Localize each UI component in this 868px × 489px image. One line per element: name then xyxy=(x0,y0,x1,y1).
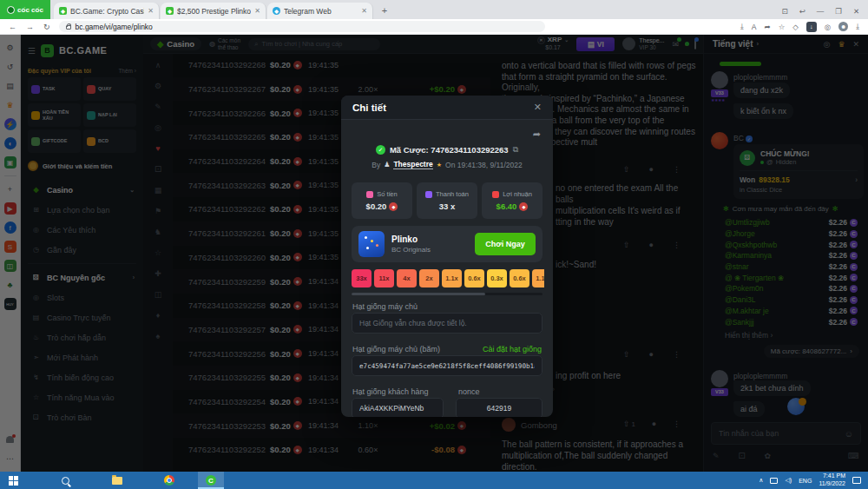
bell-icon[interactable] xyxy=(4,433,16,446)
more-options-icon[interactable]: ⋯ xyxy=(4,453,16,465)
newsfeed-icon[interactable]: ▤ xyxy=(4,80,16,92)
wallet-button[interactable]: ▤ VI xyxy=(576,37,615,51)
download-page-icon[interactable]: ⤓ xyxy=(740,22,744,31)
server-seed-hash-field[interactable] xyxy=(352,355,542,376)
blue-app-icon[interactable]: ◖ xyxy=(4,137,16,149)
rail-plus-icon[interactable]: ✚ xyxy=(155,269,161,278)
rail-icon[interactable]: ∧ xyxy=(155,61,161,69)
chat-toggle-icon[interactable] xyxy=(694,40,696,49)
chrome-icon[interactable] xyxy=(156,472,182,489)
bookmark-star-icon[interactable]: ☆ xyxy=(779,23,786,31)
user-profile[interactable]: Thespe... VIP 30 xyxy=(622,37,664,51)
reload-button[interactable]: ↻ xyxy=(43,23,50,31)
referral-link[interactable]: Giới thiệu và kiếm tiền xyxy=(28,161,136,171)
close-button[interactable]: ✕ xyxy=(853,7,859,16)
chat-username[interactable]: BC✓ xyxy=(733,134,753,142)
history-icon[interactable]: ↺ xyxy=(4,61,16,73)
rain-username[interactable]: @Sankjjj xyxy=(725,318,754,327)
tab-close-icon[interactable]: ✕ xyxy=(361,7,367,15)
rain-username[interactable]: @Karmaninya xyxy=(725,251,772,260)
promo-card[interactable]: NẠP LẠI xyxy=(83,103,136,127)
sidebar-item[interactable]: ♨ Trò chơi hấp dẫn xyxy=(28,327,136,347)
chat-bet-link[interactable]: Mã cược: 8408627772...› xyxy=(764,345,859,358)
youtube-icon[interactable]: ▶ xyxy=(4,202,16,215)
rail-target-icon[interactable]: ◎ xyxy=(155,123,161,132)
show-more-link[interactable]: Hiển thị thêm › xyxy=(725,331,773,340)
rain-username[interactable]: @Pokem0n xyxy=(725,284,764,293)
action-center-icon[interactable] xyxy=(852,477,861,484)
emoji-picker-icon[interactable]: ☺ xyxy=(845,429,853,439)
dislike-icon[interactable]: ● xyxy=(649,241,654,249)
sidebar-item[interactable]: ☆ Tính năng Mua vào xyxy=(28,387,136,407)
sidebar-item[interactable]: ◎ Slots xyxy=(28,287,136,307)
tab-close-icon[interactable]: ✕ xyxy=(254,7,260,15)
table-row[interactable]: 74762341103292268 $0.20◆ 19:41:35 ◆ xyxy=(173,53,490,77)
rain-username[interactable]: @Umtlizgjiwb xyxy=(725,218,770,227)
coccoc-taskbar-icon[interactable]: C xyxy=(198,472,224,489)
server-seed-input[interactable] xyxy=(359,319,535,327)
chat-message-input[interactable] xyxy=(719,429,845,438)
taskbar-search-icon[interactable] xyxy=(52,472,78,489)
rain-username[interactable]: @stnar xyxy=(725,262,749,271)
rail-flag-icon[interactable]: ⚑ xyxy=(155,207,161,215)
chat-username[interactable]: ploploplemmmm xyxy=(733,372,787,380)
sidebar-item[interactable]: ◎ Các Yêu thích xyxy=(28,220,136,240)
player-link[interactable]: Thespectre xyxy=(393,160,432,169)
browser-profile-avatar[interactable]: ☻ xyxy=(838,22,848,31)
rail-settings-icon[interactable]: ⚙ xyxy=(155,82,161,90)
like-icon[interactable]: ⇧ xyxy=(623,241,630,249)
share-bet-icon[interactable]: ➦ xyxy=(533,129,541,140)
rain-username[interactable]: @ ❀ Tiergarten ❀ xyxy=(725,274,784,282)
like-icon[interactable]: ⇧ xyxy=(623,165,630,174)
tray-chevron-icon[interactable]: ∧ xyxy=(759,477,763,484)
back-button[interactable]: ← xyxy=(9,23,16,31)
rail-spade-icon[interactable]: ♠ xyxy=(156,332,161,340)
crown-icon[interactable]: ♛ xyxy=(4,99,16,111)
kebab-menu-icon[interactable]: ⋮ xyxy=(673,241,681,249)
downloads-tray-icon[interactable]: ⤓ xyxy=(856,22,859,31)
notification-bell-icon[interactable]: ◎ xyxy=(825,23,831,31)
sidebar-item-bc-originals[interactable]: ⚄ BC Nguyên gốc › xyxy=(28,268,136,287)
inbox-icon[interactable]: ✉ xyxy=(672,40,679,49)
rail-star-icon[interactable]: ☆ xyxy=(155,248,161,257)
client-seed-input[interactable] xyxy=(359,404,436,413)
chat-flower-icon[interactable]: ✿ xyxy=(764,452,771,460)
vip-more-link[interactable]: Thêm › xyxy=(118,68,136,74)
tab-close-icon[interactable]: ✕ xyxy=(148,7,154,15)
sidebar-item[interactable]: ▤ Casino Trực tuyến xyxy=(28,307,136,327)
translate-icon[interactable]: A xyxy=(752,23,757,31)
trophy-icon[interactable]: ♛ xyxy=(838,40,845,49)
kebab-menu-icon[interactable]: ⋮ xyxy=(673,350,681,359)
chat-language-selector[interactable]: Tiếng việt xyxy=(713,39,753,49)
volume-icon[interactable]: ◁) xyxy=(785,477,792,484)
rail-gem-icon[interactable]: ♦ xyxy=(156,311,161,320)
kebab-menu-icon[interactable]: ⋮ xyxy=(673,420,681,428)
maximize-button[interactable]: ❐ xyxy=(835,7,842,16)
orange-app-icon[interactable]: S xyxy=(4,241,16,253)
chat-close-icon[interactable]: ✕ xyxy=(852,40,859,49)
like-icon[interactable]: ⇧1 xyxy=(623,420,635,428)
play-now-button[interactable]: Chơi Ngay xyxy=(475,233,536,255)
sidebar-item[interactable]: ⚀ Trò chơi Bàn xyxy=(28,407,136,427)
browser-tab[interactable]: ◆ $2,500 Prestige Plinko Challe ✕ xyxy=(161,3,266,19)
messenger-icon[interactable]: ⚡ xyxy=(4,118,16,130)
settings-gear-icon[interactable]: ⚙ xyxy=(4,42,16,54)
chat-pencil-icon[interactable]: ✎ xyxy=(713,452,720,460)
input-language[interactable]: ENG xyxy=(799,478,812,484)
sidebar-item-casino[interactable]: ◆ Casino ⌄ xyxy=(28,180,136,200)
nonce-field[interactable] xyxy=(456,398,542,417)
huy-app-icon[interactable]: HUY xyxy=(4,298,16,310)
restore-tab-icon[interactable]: ↩ xyxy=(799,7,806,16)
hamburger-menu-icon[interactable]: ☰ xyxy=(28,46,36,56)
new-tab-button[interactable]: + xyxy=(378,3,391,17)
avatar[interactable] xyxy=(711,132,728,149)
win-announcement-card[interactable]: ⚄ CHÚC MỪNG! @Hidden Won 89328.15 › in C… xyxy=(733,144,864,199)
nav-tab-casino[interactable]: ◆ Casino xyxy=(150,37,201,50)
rail-knight-icon[interactable]: ♞ xyxy=(155,228,161,236)
facebook-icon[interactable]: f xyxy=(4,221,16,234)
copy-icon[interactable]: ⧉ xyxy=(513,145,518,155)
adblock-shield-icon[interactable]: ◇ xyxy=(792,23,799,31)
sidebar-item[interactable]: ➣ Mới Phát hành xyxy=(28,347,136,367)
url-text[interactable]: bc.game/vi/game/plinko xyxy=(76,23,153,31)
rail-cards-icon[interactable]: ◫ xyxy=(155,290,162,299)
